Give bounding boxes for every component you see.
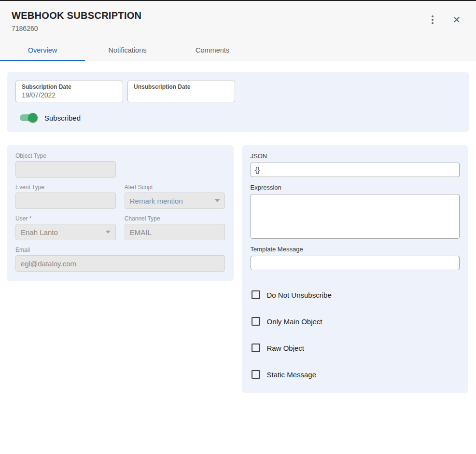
options-checkbox-group: Do Not Unsubscribe Only Main Object Raw …	[251, 290, 460, 379]
more-options-button[interactable]	[425, 12, 440, 28]
tab-overview[interactable]: Overview	[0, 40, 85, 61]
object-type-input	[15, 161, 116, 178]
expression-label: Expression	[251, 184, 460, 191]
close-button[interactable]: ✕	[449, 12, 464, 28]
raw-object-checkbox[interactable]	[252, 344, 260, 352]
subscription-date-field[interactable]: Subscription Date 19/07/2022	[15, 81, 123, 102]
raw-object-row[interactable]: Raw Object	[252, 344, 460, 352]
chevron-down-icon	[106, 231, 111, 234]
json-label: JSON	[251, 152, 460, 160]
event-type-input	[15, 193, 116, 209]
do-not-unsubscribe-row[interactable]: Do Not Unsubscribe	[252, 290, 460, 299]
record-id: 7186260	[12, 25, 141, 32]
user-field: User * Enah Lanto	[15, 215, 116, 240]
alert-script-value: Remark mention	[130, 197, 183, 205]
json-field: JSON {}	[251, 152, 460, 177]
close-icon: ✕	[453, 15, 461, 25]
expression-field: Expression	[251, 184, 460, 239]
only-main-object-label: Only Main Object	[267, 317, 322, 326]
title-block: WEBHOOK SUBSCRIPTION 7186260	[12, 10, 141, 32]
email-input: egl@dataloy.com	[15, 255, 225, 272]
email-field: Email egl@dataloy.com	[15, 247, 225, 272]
object-type-field: Object Type	[15, 152, 116, 178]
expression-textarea[interactable]	[251, 194, 460, 239]
only-main-object-row[interactable]: Only Main Object	[252, 317, 460, 326]
static-message-label: Static Message	[267, 371, 317, 379]
channel-type-label: Channel Type	[125, 215, 225, 222]
subscribed-toggle[interactable]	[18, 112, 38, 124]
json-input[interactable]: {}	[251, 163, 460, 177]
page-title: WEBHOOK SUBSCRIPTION	[12, 10, 141, 21]
channel-type-input: EMAIL	[125, 224, 225, 240]
do-not-unsubscribe-checkbox[interactable]	[252, 290, 260, 299]
template-message-field: Template Message	[251, 246, 460, 270]
static-message-checkbox[interactable]	[252, 370, 260, 379]
header-actions: ✕	[425, 10, 464, 28]
details-panel: Object Type Event Type Alert Script Rema…	[7, 145, 234, 281]
alert-script-select: Remark mention	[125, 193, 225, 209]
alert-script-label: Alert Script	[125, 184, 225, 191]
overview-tab-content: Subscription Date 19/07/2022 Unsubscript…	[0, 61, 476, 393]
message-panel: JSON {} Expression Template Message Do N…	[242, 145, 469, 393]
kebab-menu-icon	[432, 15, 434, 24]
user-select: Enah Lanto	[15, 224, 116, 240]
email-label: Email	[15, 247, 225, 253]
user-value: Enah Lanto	[21, 228, 58, 236]
unsubscription-date-field[interactable]: Unsubscription Date	[127, 81, 235, 102]
only-main-object-checkbox[interactable]	[252, 317, 260, 326]
event-type-label: Event Type	[15, 184, 116, 191]
subscription-date-label: Subscription Date	[22, 83, 117, 90]
template-message-input[interactable]	[251, 256, 460, 270]
dialog-header: WEBHOOK SUBSCRIPTION 7186260 ✕ Overview …	[0, 1, 476, 61]
subscribed-toggle-label: Subscribed	[44, 114, 81, 122]
tab-bar: Overview Notifications Comments	[0, 40, 476, 61]
subscription-date-value: 19/07/2022	[22, 91, 117, 99]
unsubscription-date-label: Unsubscription Date	[134, 83, 229, 90]
spacer-cell	[125, 152, 225, 178]
static-message-row[interactable]: Static Message	[252, 370, 460, 379]
chevron-down-icon	[215, 199, 220, 202]
user-label: User *	[15, 215, 116, 222]
subscription-panel: Subscription Date 19/07/2022 Unsubscript…	[7, 72, 469, 132]
toggle-thumb	[28, 113, 38, 123]
tab-notifications[interactable]: Notifications	[85, 40, 170, 61]
channel-type-field: Channel Type EMAIL	[125, 215, 225, 240]
raw-object-label: Raw Object	[267, 344, 305, 352]
alert-script-field: Alert Script Remark mention	[125, 184, 225, 209]
tab-comments[interactable]: Comments	[170, 40, 255, 61]
unsubscription-date-value	[134, 91, 229, 99]
do-not-unsubscribe-label: Do Not Unsubscribe	[267, 291, 332, 299]
event-type-field: Event Type	[15, 184, 116, 209]
object-type-label: Object Type	[15, 152, 116, 159]
template-message-label: Template Message	[251, 246, 460, 253]
webhook-subscription-dialog: WEBHOOK SUBSCRIPTION 7186260 ✕ Overview …	[0, 0, 476, 454]
